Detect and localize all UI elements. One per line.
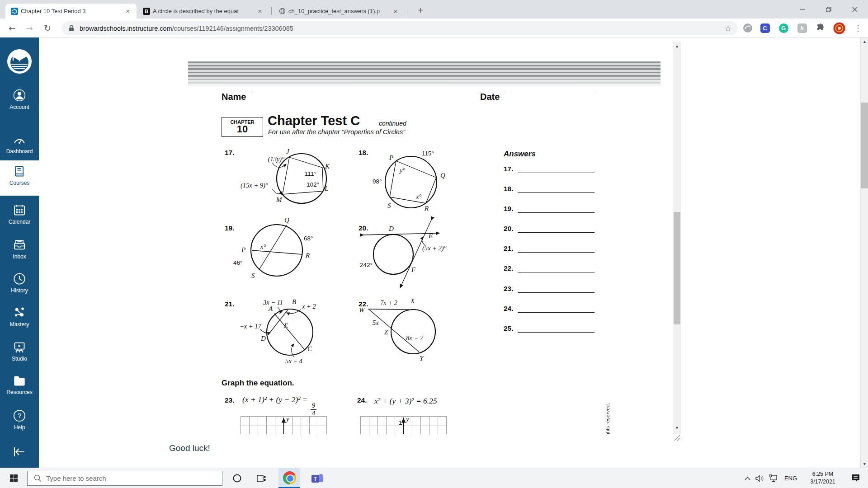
new-tab-button[interactable]: + (414, 5, 427, 17)
tab-separator (407, 7, 407, 15)
window-restore-button[interactable] (816, 0, 842, 19)
search-icon (34, 474, 42, 482)
search-input[interactable] (46, 474, 209, 482)
page-scroll-up-arrow[interactable]: ▲ (861, 38, 868, 45)
document-scroll-down-arrow[interactable]: ▼ (673, 424, 681, 432)
reload-icon[interactable]: ↻ (40, 19, 55, 38)
name-label: Name (222, 92, 246, 102)
tray-chevron-icon[interactable] (741, 468, 754, 488)
answer-row: 21. (504, 244, 594, 253)
document-scroll-up-arrow[interactable]: ▲ (673, 42, 681, 50)
figure-label: y° (399, 167, 405, 174)
url-path: /courses/1192146/assignments/23306085 (172, 25, 293, 32)
figure-label: D (388, 225, 394, 232)
honey-extension-icon[interactable]: h (794, 19, 810, 38)
start-button[interactable] (4, 468, 24, 488)
answer-blank-line (518, 305, 594, 313)
taskbar-search-box[interactable] (27, 471, 222, 486)
sidebar-item-dashboard[interactable]: Dashboard (0, 131, 39, 165)
problem-24-number: 24. (357, 396, 367, 404)
sidebar-item-label: Inbox (0, 253, 39, 260)
frame-resize-grip[interactable] (673, 433, 681, 441)
document-scrollbar-thumb[interactable] (674, 212, 680, 324)
figure-label: K (325, 163, 330, 170)
extensions-puzzle-icon[interactable] (812, 19, 829, 38)
figure-label: 68° (304, 235, 313, 242)
sidebar-item-studio[interactable]: Studio (0, 337, 39, 371)
worksheet-title: Chapter Test C (268, 113, 360, 128)
profile-avatar[interactable] (831, 19, 847, 38)
page-scrollbar-thumb[interactable] (861, 103, 868, 188)
answer-blank-line (518, 205, 594, 213)
tray-language-indicator[interactable]: ENG (781, 468, 800, 488)
sidebar-item-label: Calendar (0, 219, 39, 225)
figure-label: Q (284, 216, 289, 224)
tab-close-icon[interactable]: × (124, 7, 132, 15)
answer-row: 24. (504, 305, 594, 313)
answer-row: 22. (504, 264, 594, 272)
window-close-button[interactable] (842, 0, 868, 19)
figure-label: W (359, 306, 365, 314)
sidebar-item-courses[interactable]: Courses (0, 160, 39, 196)
window-minimize-button[interactable] (789, 0, 816, 19)
page-scrollbar[interactable]: ▲ ▼ (860, 38, 868, 468)
sidebar-item-inbox[interactable]: Inbox (0, 235, 39, 269)
chrome-icon (283, 471, 296, 484)
graph-section-heading: Graph the equation. (222, 379, 294, 388)
browser-tab-3[interactable]: ch_10_practice_test_answers (1).p × (273, 4, 404, 19)
document-scrollbar[interactable]: ▲ ▼ (673, 42, 681, 434)
chrome-menu-icon[interactable]: ⋮ (850, 19, 866, 38)
cortana-button[interactable] (228, 468, 246, 488)
sidebar-item-help[interactable]: ? Help (0, 406, 39, 440)
sidebar-item-account[interactable]: Account (0, 85, 39, 120)
tray-network-icon[interactable] (767, 468, 780, 488)
axis-label: y (405, 415, 409, 422)
answer-number: 25. (504, 324, 514, 333)
action-center-icon[interactable] (846, 468, 864, 488)
answer-row: 20. (504, 225, 594, 233)
forward-icon[interactable]: → (22, 19, 37, 38)
equation-text: (x + 1)² + (y − 2)² = (242, 395, 308, 404)
grammarly-extension-icon[interactable]: G (775, 19, 792, 38)
browser-tab-active[interactable]: Chapter 10 Test Period 3 × (5, 4, 137, 19)
page-scroll-down-arrow[interactable]: ▼ (861, 460, 868, 468)
tab-close-icon[interactable]: × (256, 7, 264, 15)
task-view-button[interactable] (252, 468, 270, 488)
taskbar-chrome-button[interactable] (278, 468, 300, 488)
figure-label: (15x + 9)° (241, 182, 268, 189)
sidebar-item-label: Dashboard (0, 148, 39, 155)
sidebar-item-label: Resources (0, 389, 39, 395)
bookmark-star-icon[interactable]: ☆ (725, 24, 731, 33)
browser-tab-2[interactable]: B A circle is described by the equat × (137, 4, 269, 19)
answer-blank-line (518, 245, 594, 253)
sidebar-item-resources[interactable]: Resources (0, 371, 39, 406)
taskbar-teams-button[interactable]: T (307, 468, 328, 488)
sidebar-item-mastery[interactable]: Mastery (0, 303, 39, 337)
sidebar-item-calendar[interactable]: Calendar (0, 200, 39, 235)
figure-label: 8x − 7 (406, 334, 424, 342)
sidebar-item-label: Mastery (0, 321, 39, 328)
figure-label: R (424, 205, 429, 212)
answer-blank-line (518, 225, 594, 233)
figure-22: W 7x + 2 X 5x Z 8x − 7 Y (353, 290, 457, 371)
figure-label: (5x + 2)° (422, 244, 447, 252)
back-icon[interactable]: ← (5, 19, 20, 38)
fraction-numerator: 9 (311, 402, 317, 410)
sidebar-collapse-icon[interactable] (13, 446, 26, 459)
figure-17: (13y)° J K 111° 102° L (15x + 9)° M (233, 144, 369, 216)
broward-logo[interactable] (7, 49, 32, 76)
figure-label: −x + 17 (240, 323, 262, 330)
worksheet-preview-frame[interactable]: Name Date CHAPTER 10 Chapter Test C cont… (170, 42, 681, 434)
tab-separator (271, 7, 272, 15)
address-bar[interactable]: browardschools.instructure.com/courses/1… (61, 21, 738, 35)
clever-extension-icon[interactable]: C (757, 19, 773, 38)
figure-label: (13y)° (268, 155, 285, 163)
figure-label: B (292, 298, 296, 305)
tray-clock[interactable]: 6:25 PM 3/17/2021 (803, 470, 842, 486)
tab-close-icon[interactable]: × (392, 7, 400, 15)
sidebar-item-history[interactable]: History (0, 269, 39, 303)
figure-label: J (286, 148, 290, 155)
studio-icon (13, 341, 26, 353)
tray-volume-icon[interactable] (753, 468, 767, 488)
extension-icon-generic[interactable] (740, 19, 756, 38)
